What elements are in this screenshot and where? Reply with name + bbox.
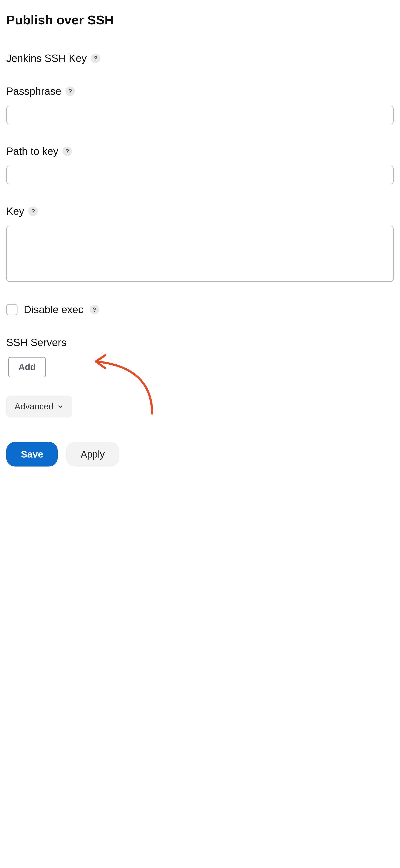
ssh-servers-section: SSH Servers Add Advanced [6, 337, 394, 417]
apply-button[interactable]: Apply [66, 442, 119, 466]
ssh-servers-label: SSH Servers [6, 337, 394, 348]
key-textarea[interactable] [6, 226, 394, 282]
help-icon[interactable]: ? [28, 207, 38, 216]
section-title: Publish over SSH [6, 12, 394, 27]
help-icon[interactable]: ? [90, 305, 99, 314]
footer-buttons: Save Apply [6, 442, 394, 466]
disable-exec-checkbox[interactable] [6, 304, 18, 315]
save-button[interactable]: Save [6, 442, 58, 466]
path-to-key-field: Path to key ? [6, 145, 394, 184]
jenkins-ssh-key-heading-row: Jenkins SSH Key ? [6, 52, 394, 64]
disable-exec-row: Disable exec ? [6, 304, 394, 316]
help-icon[interactable]: ? [91, 54, 100, 63]
path-to-key-input[interactable] [6, 166, 394, 184]
key-field: Key ? [6, 205, 394, 283]
advanced-toggle-button[interactable]: Advanced [6, 396, 72, 417]
key-label: Key [6, 205, 24, 217]
passphrase-field: Passphrase ? [6, 85, 394, 124]
passphrase-label: Passphrase [6, 85, 61, 97]
disable-exec-label: Disable exec [24, 304, 83, 316]
chevron-down-icon [57, 403, 64, 410]
help-icon[interactable]: ? [62, 147, 72, 156]
passphrase-input[interactable] [6, 105, 394, 124]
add-ssh-server-button[interactable]: Add [8, 357, 46, 377]
help-icon[interactable]: ? [65, 87, 75, 96]
path-to-key-label: Path to key [6, 145, 58, 157]
jenkins-ssh-key-label: Jenkins SSH Key [6, 52, 87, 64]
advanced-label: Advanced [14, 402, 54, 411]
